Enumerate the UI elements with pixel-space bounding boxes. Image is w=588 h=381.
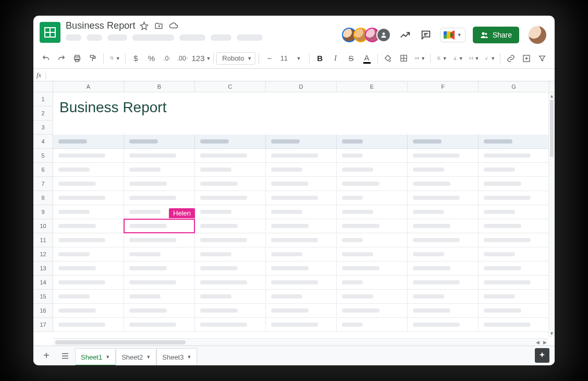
menu-placeholder[interactable] <box>107 34 127 41</box>
cell[interactable] <box>266 92 337 106</box>
row-header[interactable]: 2 <box>33 106 53 121</box>
cell[interactable] <box>479 290 549 304</box>
column-header[interactable]: A <box>53 81 124 92</box>
cell[interactable] <box>124 276 195 290</box>
cell[interactable] <box>266 261 337 276</box>
spreadsheet-grid[interactable]: ABCDEFGH12Business Report345678910Helen1… <box>33 81 555 346</box>
cell[interactable] <box>124 304 195 318</box>
cell[interactable] <box>53 177 124 191</box>
meet-button[interactable]: ▼ <box>440 28 466 42</box>
insert-chart-button[interactable] <box>519 51 534 66</box>
cell[interactable] <box>479 121 549 135</box>
cell[interactable] <box>195 261 266 276</box>
cell[interactable] <box>53 247 124 261</box>
cell[interactable] <box>479 92 549 106</box>
cell[interactable] <box>266 318 337 332</box>
menu-placeholder[interactable] <box>211 34 231 41</box>
vertical-scrollbar[interactable]: ▲ ▼ <box>548 92 555 337</box>
row-header[interactable]: 10 <box>33 219 53 233</box>
cell[interactable] <box>479 135 549 149</box>
cell[interactable] <box>266 135 337 149</box>
cell[interactable] <box>195 121 266 135</box>
cell[interactable] <box>195 92 266 106</box>
cloud-status-icon[interactable] <box>168 20 179 31</box>
cell[interactable] <box>479 219 549 233</box>
number-format-button[interactable]: 123▼ <box>191 51 210 66</box>
cell[interactable] <box>337 219 408 233</box>
cell[interactable] <box>195 290 266 304</box>
cell[interactable] <box>53 205 124 219</box>
cell[interactable] <box>124 149 195 163</box>
cell[interactable] <box>124 121 195 135</box>
zoom-button[interactable]: ▼ <box>107 51 122 66</box>
cell[interactable] <box>195 106 266 121</box>
row-header[interactable]: 9 <box>33 205 53 219</box>
cell[interactable] <box>195 276 266 290</box>
cell[interactable] <box>266 247 337 261</box>
filter-button[interactable] <box>535 51 549 66</box>
cell[interactable] <box>124 233 195 247</box>
scroll-thumb[interactable] <box>550 100 554 157</box>
menu-placeholder[interactable] <box>179 34 205 41</box>
cell[interactable] <box>408 106 479 121</box>
cell[interactable] <box>53 304 124 318</box>
row-header[interactable]: 7 <box>33 177 53 191</box>
cell[interactable] <box>195 205 266 219</box>
cell[interactable] <box>479 191 549 205</box>
scroll-down-icon[interactable]: ▼ <box>549 330 555 337</box>
cell[interactable] <box>337 177 408 191</box>
cell[interactable] <box>195 191 266 205</box>
cell[interactable] <box>195 149 266 163</box>
cell[interactable] <box>124 163 195 177</box>
version-history-icon[interactable] <box>398 28 412 42</box>
column-header[interactable]: H <box>549 81 555 92</box>
cell[interactable] <box>337 135 408 149</box>
cell[interactable] <box>124 290 195 304</box>
cell[interactable] <box>266 163 337 177</box>
cell[interactable] <box>266 121 337 135</box>
cell[interactable] <box>408 247 479 261</box>
borders-button[interactable] <box>396 51 411 66</box>
row-header[interactable]: 12 <box>33 247 53 261</box>
cell[interactable] <box>408 92 479 106</box>
font-size-input[interactable]: 11 <box>278 54 290 62</box>
cell[interactable] <box>337 318 408 332</box>
italic-button[interactable]: I <box>328 51 343 66</box>
formula-bar[interactable]: fx <box>33 69 555 81</box>
cell[interactable] <box>337 106 408 121</box>
cell[interactable] <box>337 290 408 304</box>
column-header[interactable]: G <box>479 81 549 92</box>
fill-color-button[interactable] <box>381 51 395 66</box>
row-header[interactable]: 14 <box>33 276 53 290</box>
link-button[interactable] <box>504 51 518 66</box>
cell[interactable] <box>408 205 479 219</box>
cell[interactable] <box>408 219 479 233</box>
cell[interactable] <box>124 247 195 261</box>
column-header[interactable]: C <box>195 81 266 92</box>
increase-decimal-button[interactable]: .00↑ <box>175 51 190 66</box>
cell[interactable] <box>266 149 337 163</box>
cell[interactable] <box>266 106 337 121</box>
cell[interactable] <box>337 163 408 177</box>
row-header[interactable]: 17 <box>33 318 53 332</box>
cell[interactable] <box>479 304 549 318</box>
text-color-button[interactable]: A <box>360 51 374 66</box>
all-sheets-button[interactable] <box>56 347 74 365</box>
decrease-decimal-button[interactable]: .0↓ <box>160 51 174 66</box>
currency-button[interactable]: $ <box>128 51 143 66</box>
account-avatar[interactable] <box>529 26 546 44</box>
row-header[interactable]: 4 <box>33 135 53 149</box>
cell[interactable] <box>53 149 124 163</box>
sheet-tab[interactable]: Sheet3▼ <box>156 348 197 366</box>
cell[interactable] <box>53 233 124 247</box>
column-header[interactable]: E <box>337 81 408 92</box>
cell[interactable] <box>479 205 549 219</box>
cell[interactable] <box>266 205 337 219</box>
cell[interactable] <box>266 304 337 318</box>
cell[interactable] <box>337 304 408 318</box>
menu-placeholder[interactable] <box>66 34 81 41</box>
cell[interactable] <box>337 191 408 205</box>
cell[interactable] <box>479 177 549 191</box>
column-header[interactable]: D <box>266 81 337 92</box>
column-header[interactable]: B <box>124 81 195 92</box>
